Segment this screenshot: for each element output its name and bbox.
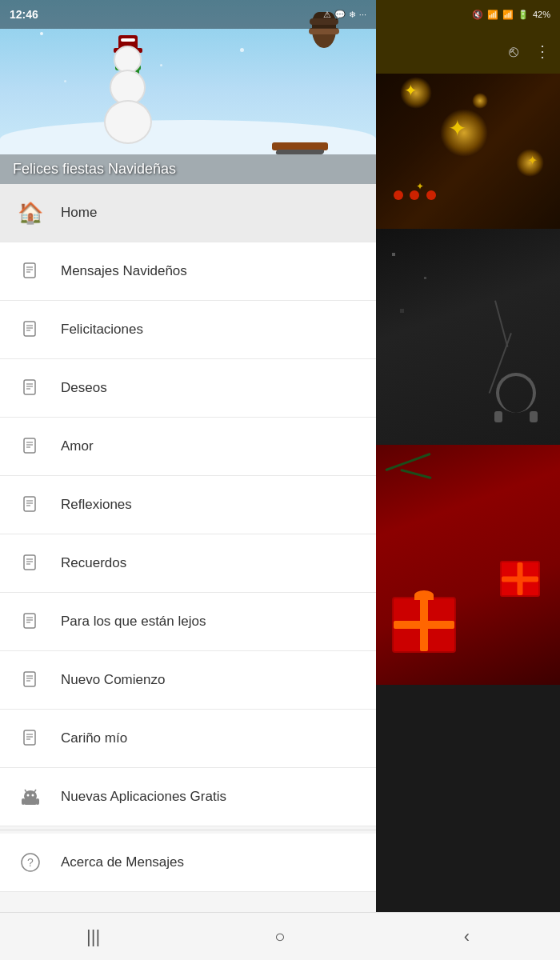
- svg-rect-28: [24, 672, 35, 686]
- nav-label-acerca: Acerca de Mensajes: [61, 854, 184, 870]
- signal-icon: 📶: [502, 10, 514, 20]
- snow-particle: [64, 80, 66, 82]
- doc-icon-amor: [16, 432, 45, 461]
- dot: [392, 253, 395, 256]
- ribbon-h2: [502, 576, 538, 582]
- doc-icon-mensajes: [16, 257, 45, 286]
- svg-rect-43: [36, 798, 39, 805]
- bluetooth-icon: ❄: [349, 10, 356, 20]
- nav-item-nuevo-comienzo[interactable]: Nuevo Comienzo: [0, 651, 376, 710]
- nav-item-recuerdos[interactable]: Recuerdos: [0, 534, 376, 593]
- doc-icon-nuevo: [16, 666, 45, 694]
- snow-particle: [240, 48, 244, 52]
- doc-icon-recuerdos: [16, 549, 45, 578]
- photo-panel-gifts: [376, 445, 560, 685]
- gold-glow-5: [472, 93, 488, 109]
- more-options-icon[interactable]: ⋮: [534, 42, 550, 61]
- nav-label-deseos: Deseos: [61, 380, 107, 396]
- star-sparkle: ✦: [527, 153, 538, 168]
- photo-panel-dark: [376, 229, 560, 445]
- nav-label-amor: Amor: [61, 438, 94, 454]
- snowman: [104, 100, 152, 144]
- status-bar-left: 12:46 ⚠ 💬 ❄ ···: [0, 0, 376, 29]
- more-icon: ···: [359, 10, 366, 19]
- star-sparkle: ✦: [448, 115, 466, 142]
- dot: [400, 309, 404, 313]
- svg-rect-0: [24, 263, 35, 278]
- home-icon: 🏠: [16, 198, 45, 227]
- nav-home-button[interactable]: ○: [256, 921, 304, 953]
- snow-particle: [40, 32, 43, 35]
- battery-icon: 🔋: [518, 10, 529, 20]
- mute-icon: 🔇: [472, 10, 483, 20]
- nav-item-amor[interactable]: Amor: [0, 418, 376, 476]
- svg-rect-41: [24, 798, 37, 805]
- menu-lines-icon: |||: [86, 926, 100, 947]
- svg-point-37: [27, 794, 30, 797]
- snowman-body-bottom: [104, 100, 152, 144]
- nav-label-reflexiones: Reflexiones: [61, 497, 132, 513]
- nav-item-home[interactable]: 🏠 Home: [0, 184, 376, 242]
- svg-rect-12: [24, 438, 35, 453]
- nav-label-recuerdos: Recuerdos: [61, 555, 126, 571]
- share-icon[interactable]: ⎋: [509, 42, 518, 61]
- nav-item-felicitaciones[interactable]: Felicitaciones: [0, 301, 376, 359]
- bottom-nav: ||| ○ ‹: [0, 912, 560, 960]
- snow-particle: [160, 64, 162, 66]
- doc-icon-felicitaciones: [16, 315, 45, 344]
- berry: [426, 190, 436, 200]
- doc-icon-para: [16, 607, 45, 636]
- nav-item-carino[interactable]: Cariño mío: [0, 710, 376, 768]
- svg-rect-42: [22, 798, 25, 805]
- headphones: [496, 373, 536, 413]
- status-bar-right: 🔇 📶 📶 🔋 42%: [376, 0, 560, 29]
- status-icons: ⚠ 💬 ❄ ···: [323, 10, 366, 20]
- nav-label-apps: Nuevas Aplicaciones Gratis: [61, 789, 226, 805]
- sled: [272, 142, 328, 150]
- nav-item-reflexiones[interactable]: Reflexiones: [0, 476, 376, 534]
- svg-rect-24: [24, 614, 35, 628]
- nav-label-carino: Cariño mío: [61, 730, 127, 746]
- android-icon: [16, 782, 45, 811]
- svg-rect-4: [24, 322, 35, 336]
- nav-item-acerca[interactable]: ? Acerca de Mensajes: [0, 834, 376, 892]
- nav-label-nuevo: Nuevo Comienzo: [61, 672, 165, 688]
- svg-point-38: [32, 794, 34, 797]
- nav-item-nuevas-apps[interactable]: Nuevas Aplicaciones Gratis: [0, 768, 376, 826]
- holly-berries: [392, 189, 438, 205]
- svg-rect-16: [24, 497, 35, 511]
- header-title: Felices fiestas Navideñas: [13, 161, 176, 177]
- nav-menu-button[interactable]: |||: [70, 921, 118, 953]
- doc-icon-carino: [16, 724, 45, 753]
- svg-rect-20: [24, 555, 35, 570]
- bow: [414, 590, 434, 600]
- doc-icon-reflexiones: [16, 490, 45, 519]
- toolbar-right: ⎋ ⋮: [376, 29, 560, 74]
- status-time: 12:46: [10, 8, 38, 21]
- battery-percent: 42%: [533, 10, 550, 19]
- nav-back-icon: ‹: [464, 926, 470, 947]
- header-overlay: Felices fiestas Navideñas: [0, 154, 376, 184]
- right-panel: ✦ ✦ ✦ ✦ ✦: [376, 29, 560, 912]
- nav-label-felicitaciones: Felicitaciones: [61, 322, 143, 338]
- doc-icon-deseos: [16, 374, 45, 402]
- wifi-icon: 📶: [487, 10, 498, 20]
- ribbon-h: [394, 621, 454, 629]
- nav-circle-icon: ○: [274, 926, 285, 947]
- svg-text:?: ?: [27, 856, 34, 869]
- nav-item-para-los-que[interactable]: Para los que están lejos: [0, 593, 376, 651]
- question-icon: ?: [16, 848, 45, 877]
- nav-back-button[interactable]: ‹: [442, 921, 490, 953]
- svg-line-39: [25, 790, 26, 792]
- star-sparkle: ✦: [404, 81, 418, 100]
- nav-label-mensajes: Mensajes Navideños: [61, 263, 187, 279]
- alert-icon: ⚠: [323, 10, 331, 20]
- svg-rect-8: [24, 380, 35, 394]
- dot: [424, 277, 426, 279]
- gift-box-small: [500, 561, 540, 597]
- nav-label-para: Para los que están lejos: [61, 614, 206, 630]
- nav-menu: 🏠 Home Mensajes Navideños Felicitaciones: [0, 184, 376, 912]
- nav-item-deseos[interactable]: Deseos: [0, 359, 376, 418]
- nav-item-mensajes[interactable]: Mensajes Navideños: [0, 242, 376, 301]
- message-icon: 💬: [334, 10, 346, 20]
